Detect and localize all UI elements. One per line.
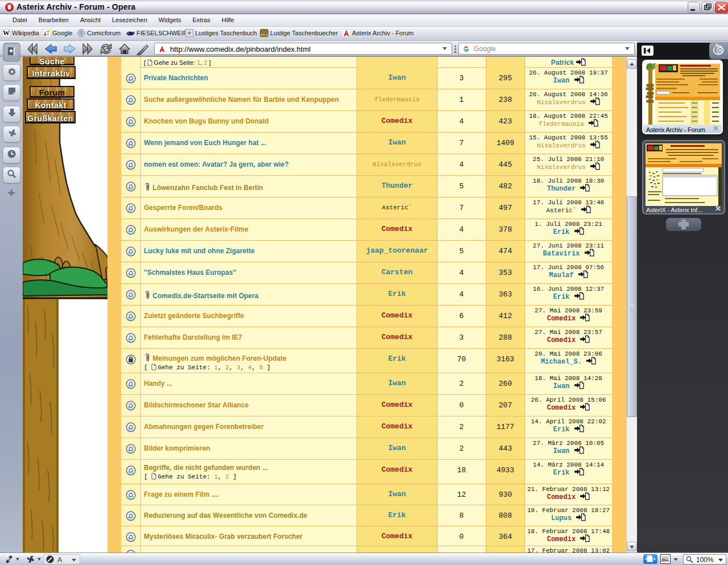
svg-text:LTB: LTB: [262, 33, 267, 36]
svg-text:W: W: [3, 29, 10, 37]
